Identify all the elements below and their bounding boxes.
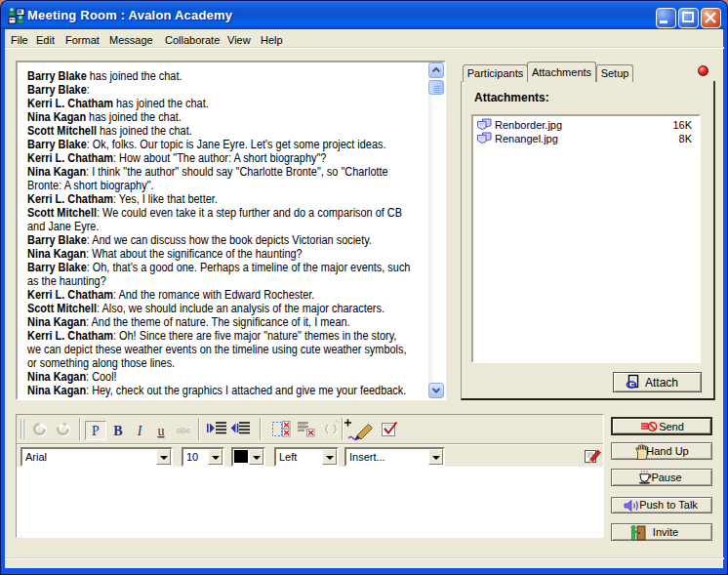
svg-text:I: I — [137, 424, 143, 438]
svg-text:P: P — [92, 424, 100, 438]
svg-text:abc: abc — [177, 426, 191, 435]
svg-text:B: B — [113, 424, 122, 438]
svg-text:u: u — [158, 424, 165, 438]
